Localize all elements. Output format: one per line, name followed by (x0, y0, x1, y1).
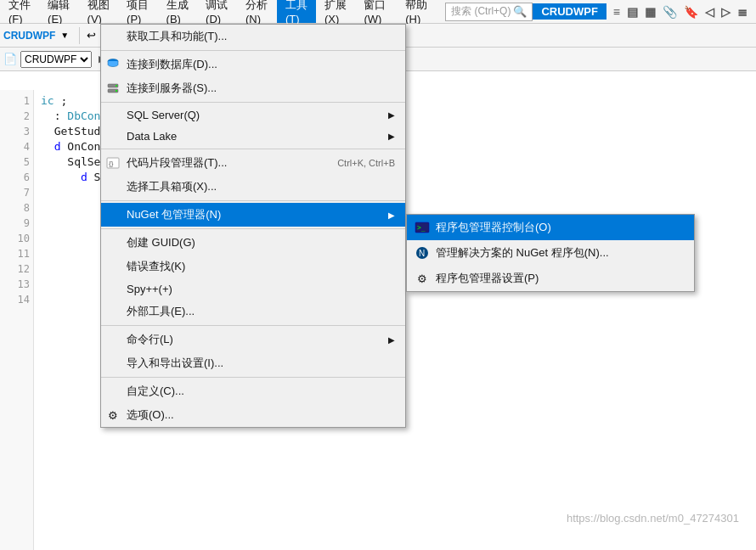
pkg-settings-label: 程序包管理器设置(P) (436, 271, 539, 286)
spy-label: Spy++(+) (127, 283, 172, 295)
code-snippets-label: 代码片段管理器(T)... (127, 155, 227, 171)
import-export-label: 导入和导出设置(I)... (127, 356, 223, 371)
customize-label: 自定义(C)... (127, 384, 184, 399)
tb-sep-1 (79, 27, 80, 44)
console-icon: >_ (414, 219, 431, 236)
data-lake-arrow: ▶ (388, 132, 395, 141)
menu-sql-server[interactable]: SQL Server(Q) ▶ (101, 104, 405, 126)
menu-toolbox[interactable]: 选择工具箱项(X)... (101, 175, 405, 199)
menu-window[interactable]: 窗口(W) (355, 0, 397, 23)
menu-view[interactable]: 视图(V) (79, 0, 119, 23)
external-tools-label: 外部工具(E)... (127, 304, 195, 319)
create-guid-label: 创建 GUID(G) (127, 235, 195, 250)
search-icon: 🔍 (513, 5, 527, 18)
menu-code-snippets[interactable]: {} 代码片段管理器(T)... Ctrl+K, Ctrl+B (101, 151, 405, 175)
toolbar-icon-2[interactable]: ▤ (627, 5, 638, 19)
menu-help[interactable]: 帮助(H) (397, 0, 437, 23)
options-label: 选项(O)... (127, 407, 174, 423)
menu-edit[interactable]: 编辑(E) (39, 0, 79, 23)
menu-tools[interactable]: 工具(T) (277, 0, 316, 23)
options-gear-icon: ⚙ (104, 408, 121, 422)
menu-nuget[interactable]: NuGet 包管理器(N) ▶ (101, 203, 405, 227)
svg-text:N: N (419, 249, 425, 258)
connect-db-label: 连接到数据库(D)... (127, 57, 217, 72)
cmdline-label: 命令行(L) (127, 332, 173, 347)
search-placeholder: 搜索 (Ctrl+Q) (451, 4, 513, 19)
menu-cmdline[interactable]: 命令行(L) ▶ (101, 328, 405, 351)
pkg-settings-icon: ⚙ (414, 270, 431, 287)
submenu-pkg-settings[interactable]: ⚙ 程序包管理器设置(P) (407, 266, 694, 291)
menu-connect-db[interactable]: 连接到数据库(D)... (101, 53, 405, 76)
toolbar-icon-6[interactable]: ◁ (705, 5, 714, 19)
tools-dropdown-menu: 获取工具和功能(T)... 连接到数据库(D)... 连接到服务器(S)... … (100, 24, 406, 428)
toolbar-icon-8[interactable]: ≣ (737, 5, 748, 19)
server-icon (104, 81, 121, 95)
sep-3 (101, 149, 405, 149)
watermark: https://blog.csdn.net/m0_47274301 (567, 512, 739, 525)
menu-options[interactable]: ⚙ 选项(O)... (101, 403, 405, 427)
toolbar-icon-5[interactable]: 🔖 (684, 5, 698, 19)
menubar: 文件(F) 编辑(E) 视图(V) 项目(P) 生成(B) 调试(D) 分析(N… (0, 0, 756, 24)
menu-get-tools[interactable]: 获取工具和功能(T)... (101, 25, 405, 48)
toolbar-icon-4[interactable]: 📎 (663, 5, 677, 19)
menu-create-guid[interactable]: 创建 GUID(G) (101, 231, 405, 255)
svg-point-4 (116, 90, 117, 92)
manage-nuget-label: 管理解决方案的 NuGet 程序包(N)... (436, 245, 609, 261)
menu-import-export[interactable]: 导入和导出设置(I)... (101, 351, 405, 375)
sep-4 (101, 200, 405, 201)
menu-file[interactable]: 文件(F) (0, 0, 39, 23)
svg-point-3 (116, 85, 117, 87)
menu-extensions[interactable]: 扩展(X) (316, 0, 356, 23)
data-lake-label: Data Lake (127, 130, 177, 143)
toolbar-icon-1[interactable]: ≡ (613, 5, 620, 19)
menu-customize[interactable]: 自定义(C)... (101, 379, 405, 403)
cmdline-arrow: ▶ (388, 335, 395, 345)
menu-connect-server[interactable]: 连接到服务器(S)... (101, 76, 405, 100)
app-name-area: CRUDWPF ≡ ▤ ▦ 📎 🔖 ◁ ▷ ≣ (533, 3, 756, 20)
line-numbers: 1 2 3 4 5 6 7 8 9 10 11 12 13 14 (0, 90, 34, 550)
snippets-icon: {} (104, 156, 121, 170)
sep-5 (101, 228, 405, 229)
get-tools-label: 获取工具和功能(T)... (127, 29, 227, 44)
svg-text:{}: {} (109, 160, 114, 167)
code-snippets-shortcut: Ctrl+K, Ctrl+B (337, 158, 395, 168)
submenu-manage-nuget[interactable]: N 管理解决方案的 NuGet 程序包(N)... (407, 240, 694, 266)
tb-crudwpf-label: CRUDWPF (3, 30, 55, 42)
svg-text:>_: >_ (417, 224, 426, 232)
app-name-badge: CRUDWPF (533, 3, 606, 20)
menu-spy[interactable]: Spy++(+) (101, 278, 405, 300)
sep-7 (101, 377, 405, 378)
toolbar-icon-3[interactable]: ▦ (645, 5, 656, 19)
pkg-console-label: 程序包管理器控制台(O) (436, 220, 551, 235)
connect-server-label: 连接到服务器(S)... (127, 81, 217, 96)
menu-build[interactable]: 生成(B) (158, 0, 198, 23)
tb-icon-undo[interactable]: ↩ (83, 27, 99, 43)
menu-analyze[interactable]: 分析(N) (237, 0, 277, 23)
db-icon (104, 58, 121, 71)
nav-class-dropdown[interactable]: CRUDWPF (20, 51, 92, 68)
sql-server-label: SQL Server(Q) (127, 109, 200, 121)
search-box[interactable]: 搜索 (Ctrl+Q) 🔍 (445, 3, 533, 21)
toolbox-label: 选择工具箱项(X)... (127, 179, 217, 194)
nav-file-icon: 📄 (3, 53, 17, 65)
menu-error-lookup[interactable]: 错误查找(K) (101, 255, 405, 278)
nuget-label: NuGet 包管理器(N) (127, 207, 221, 222)
nuget-manage-icon: N (414, 244, 431, 261)
menu-project[interactable]: 项目(P) (118, 0, 158, 23)
sep-2 (101, 102, 405, 103)
nuget-arrow: ▶ (388, 210, 395, 220)
error-lookup-label: 错误查找(K) (127, 259, 185, 274)
nuget-submenu: >_ 程序包管理器控制台(O) N 管理解决方案的 NuGet 程序包(N)..… (406, 214, 695, 292)
sep-6 (101, 325, 405, 326)
menu-debug[interactable]: 调试(D) (197, 0, 237, 23)
submenu-pkg-console[interactable]: >_ 程序包管理器控制台(O) (407, 215, 694, 240)
menu-external-tools[interactable]: 外部工具(E)... (101, 300, 405, 323)
tb-dropdown-arrow[interactable]: ▼ (60, 31, 69, 40)
sql-server-arrow: ▶ (388, 110, 395, 120)
toolbar-icon-7[interactable]: ▷ (721, 5, 731, 19)
menu-data-lake[interactable]: Data Lake ▶ (101, 126, 405, 147)
sep-1 (101, 50, 405, 51)
